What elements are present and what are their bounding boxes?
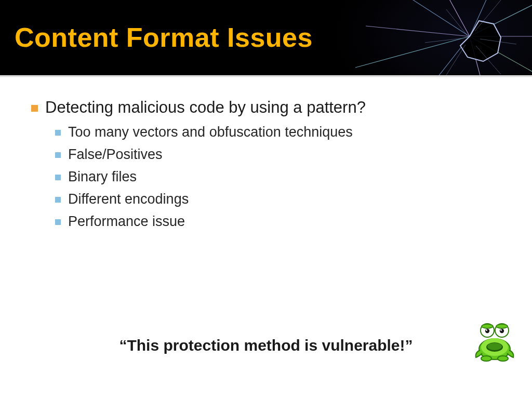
- svg-point-14: [498, 356, 508, 361]
- square-bullet-icon: [55, 219, 61, 225]
- svg-point-6: [496, 324, 508, 328]
- bullet-level2: Different encodings: [55, 191, 501, 207]
- bullet-text: False/Positives: [68, 147, 163, 163]
- bullet-level2: Binary files: [55, 169, 501, 185]
- frog-icon: [471, 319, 518, 364]
- bullet-text: Different encodings: [68, 191, 189, 207]
- square-bullet-icon: [55, 130, 61, 136]
- bullet-text: Binary files: [68, 169, 137, 185]
- conclusion-text: “This protection method is vulnerable!”: [119, 337, 413, 354]
- svg-point-7: [485, 329, 489, 333]
- svg-point-8: [500, 329, 504, 333]
- square-bullet-icon: [55, 152, 61, 158]
- bullet-level2: Performance issue: [55, 214, 501, 230]
- svg-point-10: [500, 329, 502, 331]
- conclusion-row: “This protection method is vulnerable!”: [0, 337, 532, 354]
- svg-rect-0: [335, 0, 532, 75]
- bullet-text: Performance issue: [68, 214, 185, 230]
- square-bullet-icon: [31, 105, 38, 112]
- slide: Content Format Issues Detecting maliciou…: [0, 0, 532, 399]
- svg-point-13: [481, 356, 491, 361]
- slide-header: Content Format Issues: [0, 0, 532, 75]
- svg-point-12: [487, 343, 502, 350]
- svg-point-5: [482, 324, 493, 328]
- shattered-glass-art: [335, 0, 532, 75]
- bullet-text: Detecting malicious code by using a patt…: [45, 98, 366, 117]
- square-bullet-icon: [55, 175, 61, 180]
- slide-title: Content Format Issues: [15, 22, 313, 53]
- svg-point-9: [486, 329, 487, 331]
- square-bullet-icon: [55, 197, 61, 203]
- sub-bullet-list: Too many vectors and obfuscation techniq…: [55, 124, 501, 230]
- bullet-level1: Detecting malicious code by using a patt…: [31, 98, 501, 117]
- bullet-text: Too many vectors and obfuscation techniq…: [68, 124, 353, 140]
- bullet-level2: False/Positives: [55, 147, 501, 163]
- bullet-level2: Too many vectors and obfuscation techniq…: [55, 124, 501, 140]
- slide-body: Detecting malicious code by using a patt…: [0, 79, 532, 230]
